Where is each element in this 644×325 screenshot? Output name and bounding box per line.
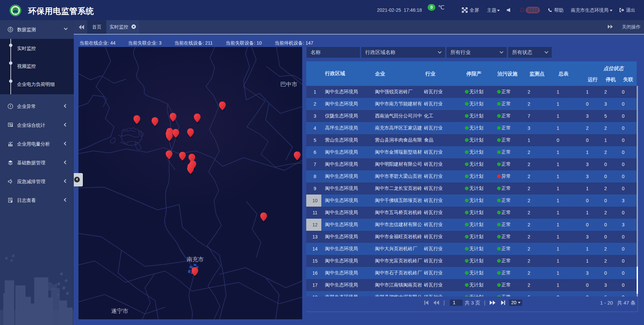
svg-text:巴中市: 巴中市	[280, 81, 298, 88]
svg-text:南充市: 南充市	[187, 256, 204, 263]
svg-text:遂宁市: 遂宁市	[111, 308, 128, 314]
